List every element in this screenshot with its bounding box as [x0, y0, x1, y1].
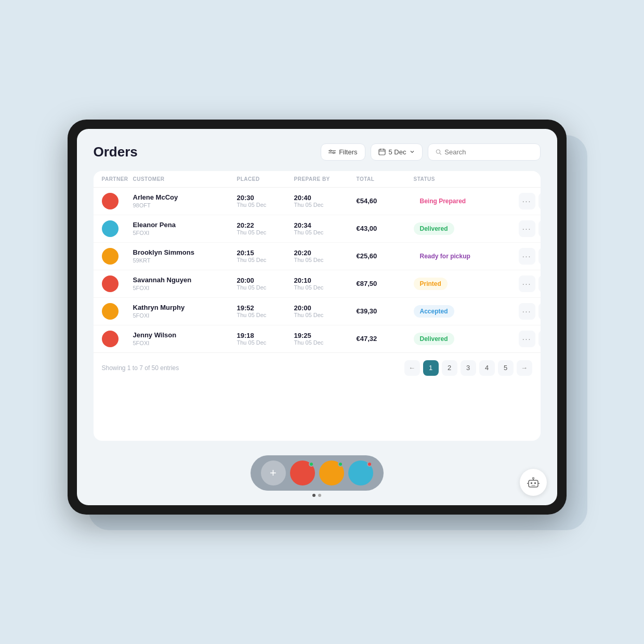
page-5-button[interactable]: 5	[498, 360, 514, 376]
placed-cell: 20:15 Thu 05 Dec	[237, 249, 294, 263]
more-actions-button[interactable]: ···	[519, 303, 535, 320]
prepare-time: 19:25	[294, 332, 357, 339]
customer-code: 5FOXI	[133, 340, 237, 346]
col-partner: PARTNER	[102, 176, 133, 182]
dock-add-button[interactable]: +	[261, 461, 286, 485]
print-button[interactable]	[538, 331, 541, 347]
status-badge: Ready for pickup	[414, 250, 477, 262]
svg-point-0	[330, 150, 332, 152]
col-customer: CUSTOMER	[133, 176, 237, 182]
dock-dot-2	[318, 494, 321, 497]
placed-date: Thu 05 Dec	[237, 257, 294, 263]
partner-cell	[102, 220, 133, 237]
page-4-button[interactable]: 4	[479, 360, 495, 376]
orders-table: PARTNER CUSTOMER PLACED PREPARE BY TOTAL…	[94, 171, 541, 441]
bottom-dock: +	[77, 449, 557, 505]
partner-dot	[102, 193, 119, 209]
print-button[interactable]	[538, 303, 541, 320]
svg-point-47	[532, 477, 534, 479]
customer-name: Eleanor Pena	[133, 221, 237, 229]
customer-code: 59KRT	[133, 257, 237, 264]
svg-point-1	[333, 152, 335, 154]
action-buttons: ···	[507, 275, 541, 292]
total-amount: €54,60	[357, 197, 414, 205]
customer-cell: Eleanor Pena 5FOXI	[133, 221, 237, 236]
print-button[interactable]	[538, 193, 541, 209]
placed-time: 20:30	[237, 194, 294, 202]
prepare-time: 20:40	[294, 194, 357, 202]
table-row: Brooklyn Simmons 59KRT 20:15 Thu 05 Dec …	[94, 243, 541, 270]
placed-date: Thu 05 Dec	[237, 229, 294, 235]
page-1-button[interactable]: 1	[423, 360, 439, 376]
col-total: TOTAL	[357, 176, 414, 182]
search-box[interactable]	[428, 143, 541, 161]
status-badge: Accepted	[414, 305, 454, 318]
date-button[interactable]: 5 Dec	[371, 143, 423, 161]
print-button[interactable]	[538, 248, 541, 265]
dock-dot-1	[312, 494, 316, 497]
prepare-date: Thu 05 Dec	[294, 202, 357, 208]
table-header: PARTNER CUSTOMER PLACED PREPARE BY TOTAL…	[94, 171, 541, 188]
placed-time: 20:00	[237, 277, 294, 284]
customer-name: Jenny Wilson	[133, 331, 237, 339]
svg-line-11	[439, 153, 441, 154]
search-input[interactable]	[444, 148, 532, 156]
page-3-button[interactable]: 3	[461, 360, 476, 376]
prepare-cell: 20:00 Thu 05 Dec	[294, 304, 357, 318]
status-cell: Ready for pickup	[414, 250, 507, 262]
total-amount: €43,00	[357, 225, 414, 232]
robot-button[interactable]	[520, 469, 547, 496]
prepare-date: Thu 05 Dec	[294, 257, 357, 263]
dock-avatar-1[interactable]	[290, 461, 315, 485]
page-header: Orders Filters	[94, 143, 541, 161]
status-badge: Delivered	[414, 333, 454, 345]
action-buttons: ···	[507, 193, 541, 209]
print-button[interactable]	[538, 275, 541, 292]
customer-cell: Brooklyn Simmons 59KRT	[133, 248, 237, 264]
svg-rect-42	[529, 480, 538, 487]
table-body: Arlene McCoy 98OFT 20:30 Thu 05 Dec 20:4…	[94, 188, 541, 352]
customer-cell: Kathryn Murphy 5FOXI	[133, 304, 237, 319]
placed-date: Thu 05 Dec	[237, 312, 294, 318]
more-actions-button[interactable]: ···	[519, 331, 535, 347]
partner-dot	[102, 248, 119, 265]
more-actions-button[interactable]: ···	[519, 193, 535, 209]
placed-date: Thu 05 Dec	[237, 284, 294, 291]
customer-code: 98OFT	[133, 202, 237, 208]
prepare-date: Thu 05 Dec	[294, 312, 357, 318]
customer-code: 5FOXI	[133, 312, 237, 319]
placed-time: 20:22	[237, 221, 294, 229]
status-cell: Delivered	[414, 222, 507, 235]
svg-rect-6	[379, 149, 385, 155]
filters-button[interactable]: Filters	[321, 143, 365, 161]
action-buttons: ···	[507, 331, 541, 347]
dock-avatar-3[interactable]	[348, 461, 373, 485]
table-footer: Showing 1 to 7 of 50 entries ← 1 2 3 4 5…	[94, 352, 541, 383]
prepare-time: 20:00	[294, 304, 357, 312]
status-cell: Printed	[414, 278, 507, 290]
chevron-down-icon	[410, 149, 415, 154]
more-actions-button[interactable]: ···	[519, 220, 535, 237]
next-page-button[interactable]: →	[517, 360, 532, 376]
more-actions-button[interactable]: ···	[519, 248, 535, 265]
action-buttons: ···	[507, 248, 541, 265]
filters-icon	[328, 148, 336, 155]
page-2-button[interactable]: 2	[442, 360, 457, 376]
total-amount: €47,32	[357, 335, 414, 343]
table-row: Savannah Nguyen 5FOXI 20:00 Thu 05 Dec 2…	[94, 270, 541, 298]
prepare-cell: 20:10 Thu 05 Dec	[294, 277, 357, 291]
dock-avatar-2[interactable]	[319, 461, 344, 485]
partner-cell	[102, 331, 133, 347]
print-button[interactable]	[538, 220, 541, 237]
status-badge: Printed	[414, 278, 448, 290]
status-cell: Being Prepared	[414, 195, 507, 207]
prev-page-button[interactable]: ←	[404, 360, 420, 376]
status-cell: Delivered	[414, 333, 507, 345]
partner-dot	[102, 331, 119, 347]
placed-time: 19:18	[237, 332, 294, 339]
col-placed: PLACED	[237, 176, 294, 182]
header-actions: Filters 5 Dec	[321, 143, 540, 161]
placed-cell: 19:18 Thu 05 Dec	[237, 332, 294, 346]
more-actions-button[interactable]: ···	[519, 275, 535, 292]
prepare-time: 20:34	[294, 221, 357, 229]
